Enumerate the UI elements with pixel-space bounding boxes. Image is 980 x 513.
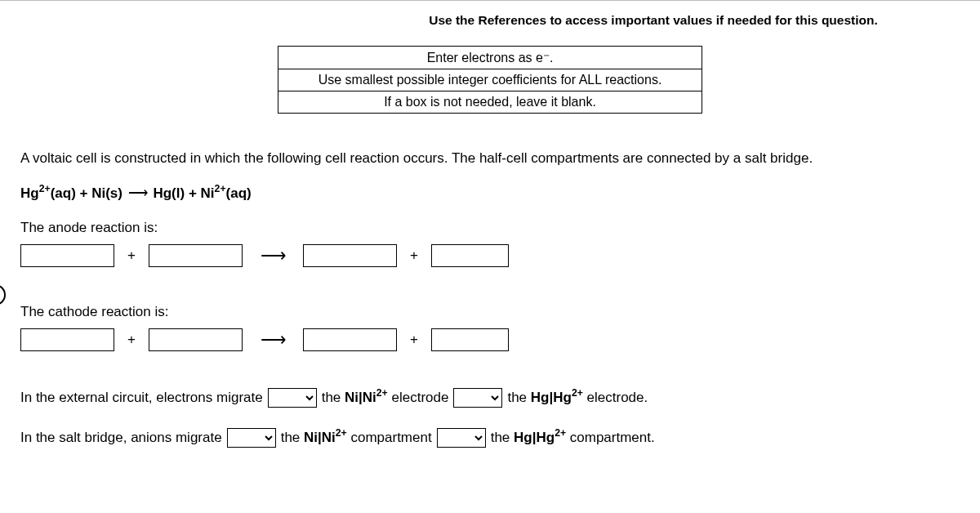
intro-text: A voltaic cell is constructed in which t… bbox=[20, 150, 960, 167]
references-instruction: Use the References to access important v… bbox=[380, 13, 927, 28]
external-circuit-line: In the external circuit, electrons migra… bbox=[20, 388, 960, 408]
arrow-icon: ⟶ bbox=[251, 245, 295, 266]
plus-sign: + bbox=[122, 248, 140, 264]
salt-prefix: In the salt bridge, anions migrate bbox=[20, 430, 222, 446]
arrow-icon: ⟶ bbox=[251, 329, 295, 350]
side-tab-nub[interactable] bbox=[0, 284, 6, 306]
plus-sign: + bbox=[122, 332, 140, 348]
cathode-product-2[interactable] bbox=[431, 328, 509, 351]
cathode-input-row: + ⟶ + bbox=[20, 328, 960, 351]
anode-label: The anode reaction is: bbox=[20, 220, 960, 236]
hint-row-1: Enter electrons as e⁻. bbox=[278, 47, 702, 69]
external-direction-2[interactable] bbox=[453, 388, 502, 408]
plus-sign: + bbox=[405, 332, 423, 348]
hint-row-3: If a box is not needed, leave it blank. bbox=[278, 91, 702, 114]
external-direction-1[interactable] bbox=[268, 388, 317, 408]
anode-input-row: + ⟶ + bbox=[20, 244, 960, 267]
plus-sign: + bbox=[405, 248, 423, 264]
cathode-product-1[interactable] bbox=[303, 328, 397, 351]
external-prefix: In the external circuit, electrons migra… bbox=[20, 390, 263, 406]
cathode-reactant-2[interactable] bbox=[149, 328, 243, 351]
cathode-reactant-1[interactable] bbox=[20, 328, 114, 351]
salt-direction-1[interactable] bbox=[227, 428, 276, 448]
cathode-label: The cathode reaction is: bbox=[20, 304, 960, 320]
anode-product-2[interactable] bbox=[431, 244, 509, 267]
cell-reaction: Hg2+(aq) + Ni(s) ⟶ Hg(l) + Ni2+(aq) bbox=[20, 185, 960, 202]
anode-reactant-2[interactable] bbox=[149, 244, 243, 267]
hint-row-2: Use smallest possible integer coefficien… bbox=[278, 69, 702, 91]
anode-product-1[interactable] bbox=[303, 244, 397, 267]
salt-bridge-line: In the salt bridge, anions migrate the N… bbox=[20, 428, 960, 448]
salt-direction-2[interactable] bbox=[437, 428, 486, 448]
hint-table: Enter electrons as e⁻. Use smallest poss… bbox=[278, 46, 702, 114]
anode-reactant-1[interactable] bbox=[20, 244, 114, 267]
